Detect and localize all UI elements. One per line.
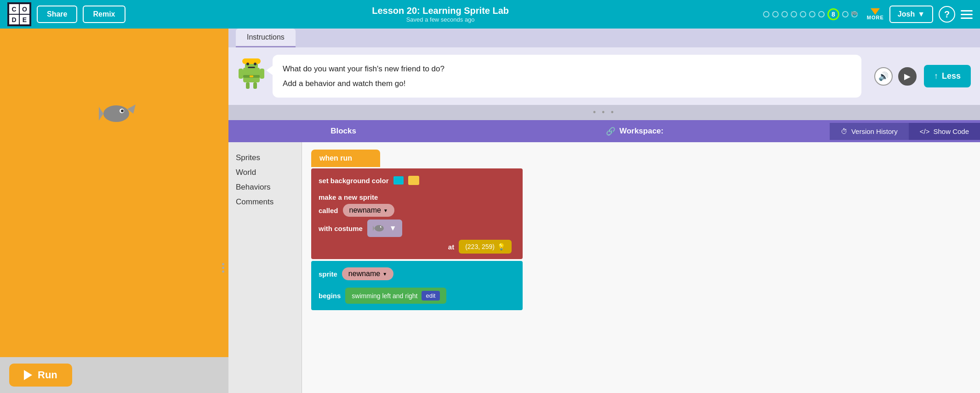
- main-content: Run Instructions: [0, 29, 980, 393]
- progress-dot-5[interactable]: [800, 11, 806, 17]
- sidebar-item-behaviors[interactable]: Behaviors: [236, 181, 294, 194]
- make-sprite-text: make a new sprite: [319, 193, 515, 201]
- coord-block[interactable]: (223, 259) 💡: [459, 240, 512, 254]
- run-button[interactable]: Run: [9, 364, 72, 387]
- edit-button[interactable]: edit: [422, 291, 440, 301]
- sidebar-item-world[interactable]: World: [236, 166, 294, 179]
- begins-text: begins: [319, 292, 341, 300]
- hamburger-menu[interactable]: [961, 10, 973, 19]
- newname1-arrow: ▼: [383, 208, 388, 213]
- svg-rect-16: [260, 69, 264, 79]
- help-button[interactable]: ?: [939, 6, 955, 23]
- sidebar-item-sprites[interactable]: Sprites: [236, 151, 294, 164]
- svg-point-9: [254, 63, 256, 65]
- run-bar: Run: [0, 357, 228, 393]
- blocks-label: Blocks: [228, 127, 440, 136]
- with-costume-row: with costume: [319, 220, 515, 237]
- progress-dot-7[interactable]: [818, 11, 825, 17]
- instructions-area: Instructions: [228, 29, 980, 105]
- left-panel: Run: [0, 29, 228, 393]
- svg-point-4: [121, 110, 124, 112]
- sidebar-drag-handle[interactable]: [222, 263, 224, 272]
- svg-rect-10: [248, 67, 255, 68]
- lesson-title: Lesson 20: Learning Sprite Lab: [372, 6, 509, 16]
- share-button[interactable]: Share: [37, 6, 77, 23]
- handle-dot-1: [222, 263, 224, 265]
- bg-color-preview-yellow: [408, 176, 419, 185]
- set-bg-row: set background color: [311, 172, 523, 189]
- sidebar-item-comments[interactable]: Comments: [236, 196, 294, 208]
- sprite-text: sprite: [319, 270, 337, 278]
- audio-button[interactable]: 🔊: [874, 67, 893, 86]
- logo-e: E: [20, 15, 29, 24]
- play-button[interactable]: ▶: [898, 67, 917, 86]
- at-coord-row: at (223, 259) 💡: [319, 240, 515, 254]
- user-dropdown-icon: ▼: [917, 10, 925, 18]
- begins-row: begins swimming left and right edit: [311, 285, 523, 306]
- svg-marker-1: [99, 107, 103, 121]
- instruction-line2: Add a behavior and watch them go!: [283, 78, 851, 90]
- handle-dot-2: [222, 266, 224, 269]
- coord-value: (223, 259): [465, 243, 495, 250]
- progress-dot-1[interactable]: [763, 11, 769, 17]
- link-icon: 🔗: [606, 127, 615, 136]
- called-row: called newname ▼: [319, 204, 515, 217]
- newname1-pill[interactable]: newname ▼: [343, 204, 394, 217]
- svg-rect-12: [250, 75, 253, 77]
- code-blocks-container: when run set background color: [311, 150, 523, 310]
- set-bg-text: set background color: [319, 177, 389, 185]
- red-block[interactable]: set background color make a new sprite c…: [311, 168, 523, 259]
- header-right: Josh ▼ ?: [889, 6, 973, 23]
- progress-dot-4[interactable]: [791, 11, 797, 17]
- version-history-button[interactable]: ⏱ Version History: [830, 123, 909, 140]
- user-name: Josh: [898, 10, 915, 18]
- progress-dot-8[interactable]: 8: [827, 8, 839, 20]
- instruction-line1: What do you want your fish's new friend …: [283, 63, 851, 75]
- newname2-pill[interactable]: newname ▼: [342, 267, 393, 280]
- instructions-content: What do you want your fish's new friend …: [228, 47, 980, 105]
- make-sprite-row: make a new sprite called newname ▼: [311, 191, 523, 255]
- logo-d: D: [9, 15, 19, 24]
- at-text: at: [448, 243, 454, 251]
- user-menu-button[interactable]: Josh ▼: [889, 6, 933, 23]
- bg-color-preview-blue: [393, 176, 404, 185]
- remix-button[interactable]: Remix: [83, 6, 125, 23]
- workspace-label: 🔗 Workspace:: [440, 127, 830, 136]
- code-logo[interactable]: C O D E: [7, 2, 31, 26]
- more-button[interactable]: MORE: [867, 8, 884, 20]
- progress-dot-flag[interactable]: 🏁: [851, 11, 858, 17]
- lightbulb-icon: 💡: [497, 243, 505, 250]
- behavior-block[interactable]: swimming left and right edit: [345, 288, 446, 304]
- when-run-block[interactable]: when run: [311, 150, 380, 167]
- newname2-label: newname: [348, 270, 380, 278]
- lesson-info: Lesson 20: Learning Sprite Lab Saved a f…: [131, 6, 750, 23]
- behavior-label: swimming left and right: [352, 292, 417, 300]
- with-costume-text: with costume: [319, 225, 363, 232]
- show-code-label: Show Code: [933, 127, 969, 135]
- header: C O D E Share Remix Lesson 20: Learning …: [0, 0, 980, 29]
- more-label: MORE: [867, 15, 884, 20]
- logo-o: O: [20, 4, 29, 14]
- hamburger-line-1: [961, 10, 973, 12]
- newname1-label: newname: [349, 206, 381, 214]
- fish-costume-icon: [373, 223, 386, 233]
- svg-rect-15: [239, 69, 243, 79]
- blocks-area: Blocks 🔗 Workspace: ⏱ Version History </…: [228, 120, 980, 393]
- handle-dot-3: [222, 270, 224, 272]
- progress-dot-2[interactable]: [772, 11, 779, 17]
- progress-bar: 8 🏁: [763, 8, 858, 20]
- svg-point-8: [246, 63, 249, 65]
- blocks-sidebar: Sprites World Behaviors Comments: [228, 142, 302, 393]
- blocks-content: Sprites World Behaviors Comments when ru…: [228, 142, 980, 393]
- history-icon: ⏱: [841, 127, 848, 135]
- less-button[interactable]: ↑ Less: [924, 65, 971, 87]
- newname2-arrow: ▼: [382, 272, 387, 277]
- teal-block: sprite newname ▼ begins: [311, 261, 523, 310]
- show-code-button[interactable]: </> Show Code: [909, 123, 980, 140]
- progress-dot-6[interactable]: [809, 11, 815, 17]
- drag-handle[interactable]: • • •: [228, 105, 980, 120]
- progress-dot-9[interactable]: [842, 11, 849, 17]
- costume-picker[interactable]: ▼: [367, 220, 402, 237]
- instructions-tab[interactable]: Instructions: [228, 29, 980, 47]
- progress-dot-3[interactable]: [781, 11, 788, 17]
